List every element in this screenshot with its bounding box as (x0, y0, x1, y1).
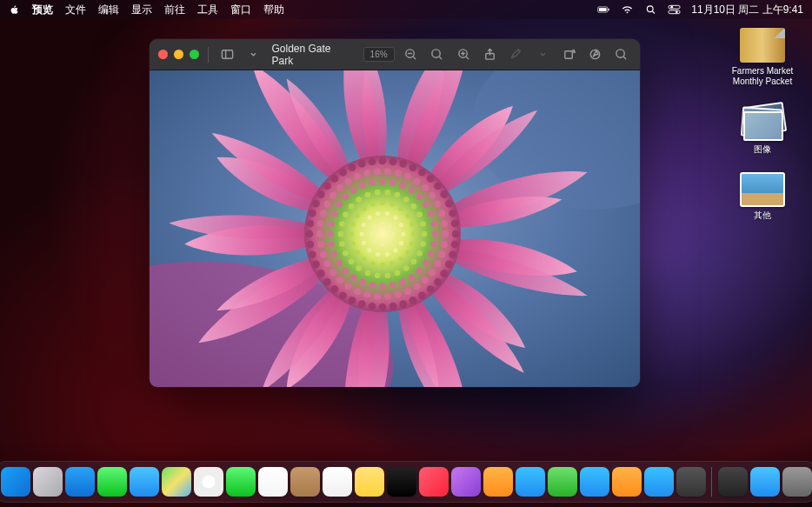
svg-point-164 (429, 192, 436, 199)
dock-app-notes[interactable] (354, 467, 384, 497)
close-button[interactable] (158, 50, 168, 59)
svg-point-105 (389, 282, 396, 288)
menu-tools[interactable]: 工具 (197, 3, 218, 17)
svg-point-82 (349, 259, 355, 265)
sidebar-menu-chevron-icon[interactable] (243, 45, 263, 64)
dock-app-contacts[interactable] (290, 467, 320, 497)
svg-point-66 (370, 202, 376, 207)
svg-point-59 (362, 257, 367, 262)
wifi-icon[interactable] (621, 4, 634, 15)
svg-point-107 (369, 282, 376, 288)
svg-point-42 (376, 252, 380, 257)
dock-app-reminders[interactable] (322, 467, 352, 497)
zoom-actual-button[interactable] (428, 45, 447, 64)
preview-window: Golden Gate Park 16% (150, 39, 640, 387)
fullscreen-button[interactable] (190, 50, 199, 59)
menu-go[interactable]: 前往 (164, 3, 185, 17)
svg-point-63 (350, 222, 356, 227)
minimize-button[interactable] (174, 50, 183, 59)
svg-point-99 (430, 241, 436, 247)
dock-app-appstore2[interactable] (643, 467, 674, 497)
search-button[interactable] (612, 45, 631, 64)
svg-point-139 (384, 293, 391, 300)
apple-menu-icon[interactable] (9, 4, 20, 16)
highlight-button[interactable] (507, 45, 526, 64)
highlight-menu-chevron-icon[interactable] (533, 45, 552, 64)
svg-point-151 (320, 210, 327, 217)
svg-point-180 (369, 303, 376, 310)
svg-point-187 (312, 261, 320, 269)
share-button[interactable] (480, 45, 499, 64)
dock-app-trash[interactable] (782, 467, 812, 497)
svg-point-87 (343, 211, 349, 217)
svg-line-17 (466, 57, 469, 59)
zoom-out-button[interactable] (402, 45, 421, 64)
menu-file[interactable]: 文件 (65, 3, 86, 17)
dock-app-launchpad[interactable] (32, 467, 63, 497)
svg-point-165 (434, 201, 441, 208)
menu-help[interactable]: 帮助 (263, 3, 284, 17)
sidebar-toggle-button[interactable] (217, 45, 236, 64)
svg-point-108 (359, 279, 365, 285)
svg-point-116 (331, 210, 337, 217)
dock-app-settings[interactable] (676, 467, 706, 497)
dock-app-safari[interactable] (64, 467, 95, 497)
desktop-file-label: Farmers Market Monthly Packet (724, 66, 801, 87)
spotlight-icon[interactable] (644, 4, 657, 15)
dock-app-mail[interactable] (129, 467, 159, 497)
desktop-stack-other[interactable]: 其他 (723, 172, 802, 221)
dock-app-facetime[interactable] (225, 467, 256, 497)
svg-point-37 (388, 224, 391, 228)
dock-app-finder[interactable] (0, 467, 30, 497)
desktop-file-farmers-market[interactable]: Farmers Market Monthly Packet (723, 28, 802, 87)
dock-app-messages[interactable] (97, 467, 127, 497)
svg-line-4 (653, 11, 656, 14)
markup-button[interactable] (585, 45, 604, 64)
dock-app-books[interactable] (483, 467, 513, 497)
svg-point-190 (306, 230, 314, 238)
svg-point-85 (338, 231, 344, 237)
dock-app-preview[interactable] (717, 467, 748, 497)
dock (0, 461, 812, 503)
svg-point-43 (367, 248, 371, 252)
svg-point-118 (343, 194, 349, 200)
menu-view[interactable]: 显示 (131, 3, 152, 17)
dock-app-maps[interactable] (161, 467, 191, 497)
menubar-app-name[interactable]: 预览 (32, 3, 53, 17)
svg-point-132 (438, 250, 445, 257)
svg-point-80 (365, 270, 371, 277)
battery-icon[interactable] (597, 4, 610, 15)
rotate-button[interactable] (559, 45, 578, 64)
svg-point-158 (374, 168, 381, 175)
dock-app-podcasts[interactable] (450, 467, 481, 497)
svg-point-152 (324, 201, 331, 208)
svg-point-134 (429, 269, 436, 276)
dock-app-calendar[interactable] (257, 467, 288, 497)
window-titlebar[interactable]: Golden Gate Park 16% (150, 39, 640, 70)
menu-window[interactable]: 窗口 (230, 3, 251, 17)
desktop-icons: Farmers Market Monthly Packet 图像 其他 (723, 28, 802, 221)
svg-point-172 (440, 270, 448, 277)
menubar-datetime[interactable]: 11月10日 周二 上午9:41 (691, 3, 803, 17)
svg-line-15 (440, 57, 443, 59)
svg-point-32 (381, 243, 384, 246)
control-center-icon[interactable] (668, 4, 681, 15)
dock-app-keynote[interactable] (579, 467, 609, 497)
desktop-stack-images[interactable]: 图像 (723, 104, 802, 155)
zoom-level[interactable]: 16% (363, 47, 395, 62)
svg-point-40 (393, 248, 397, 252)
svg-point-155 (345, 178, 352, 185)
menu-edit[interactable]: 编辑 (98, 3, 119, 17)
svg-point-177 (399, 300, 407, 308)
svg-point-41 (385, 252, 389, 257)
svg-point-149 (316, 230, 323, 237)
zoom-in-button[interactable] (454, 45, 473, 64)
dock-app-music[interactable] (418, 467, 449, 497)
dock-app-photos[interactable] (193, 467, 223, 497)
dock-app-numbers[interactable] (547, 467, 577, 497)
dock-app-tv[interactable] (386, 467, 416, 497)
dock-app-appstore[interactable] (515, 467, 545, 497)
dock-app-pages[interactable] (611, 467, 642, 497)
dock-app-downloads[interactable] (749, 467, 780, 497)
image-viewport[interactable] (150, 70, 640, 387)
